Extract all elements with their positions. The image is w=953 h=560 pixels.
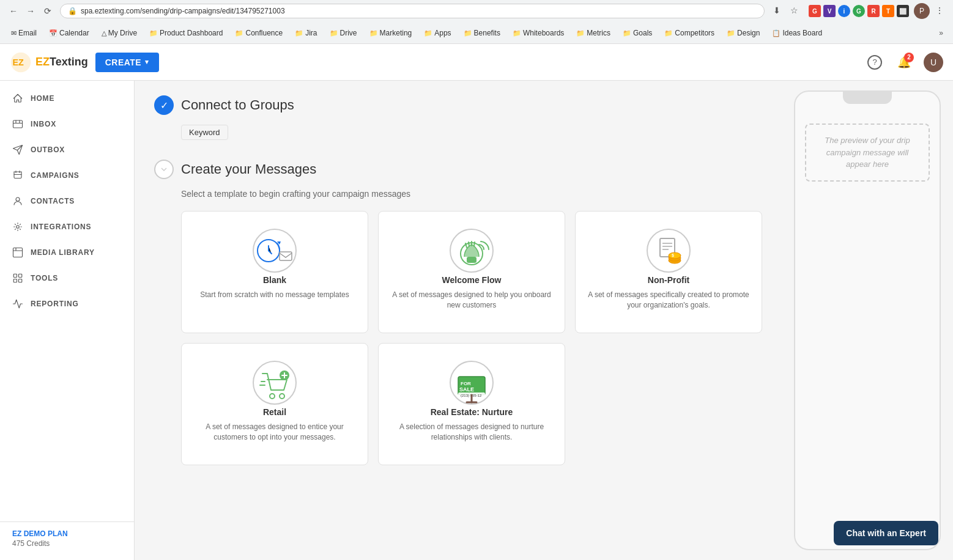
- marketing-favicon: 📁: [369, 29, 378, 37]
- bookmark-whiteboards[interactable]: 📁 Whiteboards: [508, 28, 569, 39]
- bookmark-competitors-label: Competitors: [675, 29, 714, 37]
- messages-section-title: Create your Messages: [181, 161, 316, 177]
- browser-nav: ← → ⟳: [6, 4, 55, 18]
- template-card-real-estate[interactable]: FOR SALE (213) 555-12 Real Estate: Nurtu…: [378, 343, 565, 465]
- bookmark-metrics[interactable]: 📁 Metrics: [571, 28, 615, 39]
- sidebar-item-home[interactable]: HOME: [0, 86, 134, 111]
- non-profit-template-name: Non-Profit: [648, 275, 689, 285]
- home-icon: [12, 93, 23, 104]
- sidebar-item-integrations[interactable]: INTEGRATIONS: [0, 214, 134, 240]
- bookmark-email[interactable]: ✉ Email: [6, 28, 42, 39]
- sidebar-bottom: EZ DEMO PLAN 475 Credits: [0, 521, 134, 555]
- bookmark-jira[interactable]: 📁 Jira: [290, 28, 322, 39]
- campaigns-icon: [12, 170, 23, 181]
- plan-name[interactable]: EZ DEMO PLAN: [12, 529, 122, 538]
- bookmark-calendar-label: Calendar: [59, 29, 89, 37]
- bookmark-product-dashboard[interactable]: 📁 Product Dashboard: [144, 28, 228, 39]
- bookmark-confluence-label: Confluence: [245, 29, 283, 37]
- help-button[interactable]: ?: [865, 53, 884, 72]
- connect-groups-section: ✓ Connect to Groups Keyword: [154, 95, 762, 140]
- product-favicon: 📁: [149, 29, 158, 37]
- bookmark-calendar[interactable]: 📅 Calendar: [44, 28, 94, 39]
- bookmark-ideas-label: Ideas Board: [782, 29, 822, 37]
- integrations-icon: [12, 221, 23, 232]
- bookmark-benefits[interactable]: 📁 Benefits: [459, 28, 505, 39]
- sidebar-campaigns-label: CAMPAIGNS: [31, 171, 80, 180]
- bookmark-drive2-label: Drive: [340, 29, 357, 37]
- drive-favicon: △: [102, 29, 106, 37]
- svg-rect-9: [13, 279, 17, 282]
- profile-avatar[interactable]: P: [914, 3, 930, 19]
- user-avatar[interactable]: U: [924, 53, 943, 72]
- notifications-button[interactable]: 🔔 2: [894, 53, 914, 72]
- sidebar-media-library-label: MEDIA LIBRARY: [31, 248, 95, 257]
- non-profit-template-desc: A set of messages specifically created t…: [585, 290, 752, 311]
- svg-text:$: $: [672, 253, 674, 258]
- sidebar-reporting-label: REPORTING: [31, 300, 79, 308]
- more-button[interactable]: ⋮: [932, 3, 947, 18]
- outbox-icon: [12, 144, 23, 155]
- sidebar-outbox-label: OUTBOX: [31, 146, 65, 154]
- sidebar-item-contacts[interactable]: CONTACTS: [0, 188, 134, 214]
- header-left: EZ EZTexting CREATE ▾: [10, 51, 159, 73]
- bookmark-drive2[interactable]: 📁 Drive: [325, 28, 362, 39]
- plan-credits: 475 Credits: [12, 539, 122, 548]
- sidebar-item-reporting[interactable]: REPORTING: [0, 291, 134, 317]
- welcome-flow-template-icon: [447, 226, 496, 275]
- bookmark-design[interactable]: 📁 Design: [722, 28, 765, 39]
- inbox-icon: [12, 119, 23, 130]
- address-text: spa.eztexting.com/sending/drip-campaigns…: [81, 7, 285, 15]
- sidebar-item-campaigns[interactable]: CAMPAIGNS: [0, 163, 134, 188]
- bookmark-benefits-label: Benefits: [474, 29, 500, 37]
- logo-icon: EZ: [10, 51, 32, 73]
- phone-preview-panel: The preview of your drip campaign messag…: [782, 81, 953, 560]
- bookmark-button[interactable]: ☆: [787, 3, 801, 18]
- whiteboards-favicon: 📁: [513, 29, 521, 37]
- browser-bar: ← → ⟳ 🔒 spa.eztexting.com/sending/drip-c…: [0, 0, 953, 22]
- svg-text:EZ: EZ: [13, 57, 24, 67]
- svg-text:SALE: SALE: [459, 386, 474, 392]
- bookmark-marketing[interactable]: 📁 Marketing: [365, 28, 417, 39]
- create-button[interactable]: CREATE ▾: [95, 53, 159, 72]
- forward-button[interactable]: →: [23, 4, 38, 18]
- bookmark-competitors[interactable]: 📁 Competitors: [659, 28, 719, 39]
- reload-button[interactable]: ⟳: [40, 4, 55, 18]
- sidebar-tools-label: TOOLS: [31, 274, 58, 282]
- step2-circle: [154, 160, 174, 179]
- calendar-favicon: 📅: [49, 29, 57, 37]
- real-estate-template-icon: FOR SALE (213) 555-12: [447, 358, 496, 407]
- benefits-favicon: 📁: [464, 29, 472, 37]
- bookmark-apps[interactable]: 📁 Apps: [419, 28, 456, 39]
- download-button[interactable]: ⬇: [769, 3, 784, 18]
- address-bar[interactable]: 🔒 spa.eztexting.com/sending/drip-campaig…: [60, 4, 765, 18]
- question-mark-icon: ?: [867, 55, 882, 70]
- bookmark-ideas[interactable]: 📋 Ideas Board: [767, 28, 827, 39]
- ideas-favicon: 📋: [772, 29, 781, 37]
- contacts-icon: [12, 196, 23, 207]
- template-card-retail[interactable]: Retail A set of messages designed to ent…: [181, 343, 368, 465]
- sidebar-item-outbox[interactable]: OUTBOX: [0, 137, 134, 163]
- back-button[interactable]: ←: [6, 4, 21, 18]
- bookmark-goals-label: Goals: [633, 29, 652, 37]
- sidebar-item-tools[interactable]: TOOLS: [0, 265, 134, 291]
- template-card-welcome-flow[interactable]: Welcome Flow A set of messages designed …: [378, 211, 565, 333]
- sidebar-item-inbox[interactable]: INBOX: [0, 111, 134, 137]
- chat-with-expert-button[interactable]: Chat with an Expert: [834, 521, 938, 545]
- design-favicon: 📁: [727, 29, 735, 37]
- bookmark-drive[interactable]: △ My Drive: [97, 28, 142, 39]
- bookmark-goals[interactable]: 📁 Goals: [618, 28, 657, 39]
- sidebar-home-label: HOME: [31, 94, 54, 103]
- template-grid: Blank Start from scratch with no message…: [181, 211, 762, 465]
- bookmark-confluence[interactable]: 📁 Confluence: [230, 28, 287, 39]
- template-card-blank[interactable]: Blank Start from scratch with no message…: [181, 211, 368, 333]
- logo-text: EZTexting: [35, 56, 88, 68]
- sidebar-item-media-library[interactable]: MEDIA LIBRARY: [0, 240, 134, 265]
- template-card-non-profit[interactable]: $ Non-Profit A set of messages specifica…: [575, 211, 762, 333]
- bookmark-metrics-label: Metrics: [587, 29, 610, 37]
- keyword-badge[interactable]: Keyword: [181, 125, 228, 140]
- goals-favicon: 📁: [623, 29, 631, 37]
- bookmarks-more[interactable]: »: [935, 28, 947, 39]
- preview-placeholder: The preview of your drip campaign messag…: [805, 123, 930, 182]
- bookmark-marketing-label: Marketing: [380, 29, 412, 37]
- logo: EZ EZTexting: [10, 51, 88, 73]
